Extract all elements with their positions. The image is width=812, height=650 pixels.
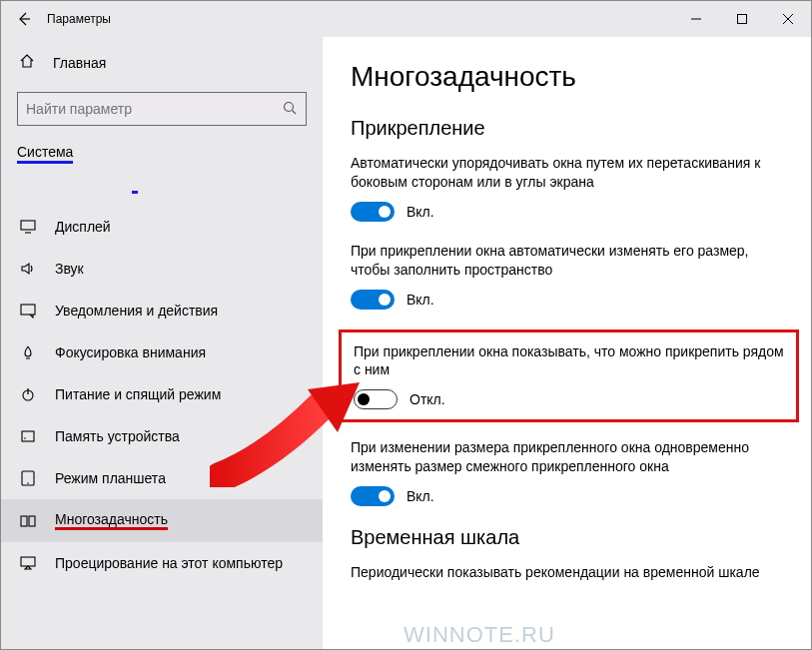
setting-snap-auto-arrange: Автоматически упорядочивать окна путем и… bbox=[351, 154, 789, 222]
minimize-button[interactable] bbox=[673, 1, 719, 37]
svg-rect-5 bbox=[22, 431, 34, 441]
page-title: Многозадачность bbox=[351, 61, 789, 93]
decorative-mark bbox=[132, 191, 138, 194]
arrow-left-icon bbox=[16, 11, 32, 27]
sidebar-item-label: Звук bbox=[55, 261, 84, 277]
svg-rect-9 bbox=[21, 516, 27, 526]
svg-point-6 bbox=[24, 437, 26, 439]
window-title: Параметры bbox=[47, 12, 111, 26]
sidebar-item-sound[interactable]: Звук bbox=[1, 248, 323, 290]
maximize-button[interactable] bbox=[719, 1, 765, 37]
sidebar-item-label: Питание и спящий режим bbox=[55, 386, 221, 402]
sidebar-category: Система bbox=[1, 140, 323, 168]
toggle-snap-assist[interactable] bbox=[354, 389, 398, 409]
sidebar-item-label: Режим планшета bbox=[55, 470, 166, 486]
sidebar-home[interactable]: Главная bbox=[1, 43, 323, 82]
toggle-state-label: Вкл. bbox=[406, 204, 434, 220]
sidebar-item-storage[interactable]: Память устройства bbox=[1, 415, 323, 457]
tablet-icon bbox=[19, 469, 37, 487]
sidebar-item-power[interactable]: Питание и спящий режим bbox=[1, 373, 323, 415]
svg-rect-11 bbox=[21, 557, 35, 566]
setting-desc: Периодически показывать рекомендации на … bbox=[351, 563, 789, 582]
sidebar-item-label: Проецирование на этот компьютер bbox=[55, 555, 283, 571]
svg-point-8 bbox=[27, 482, 29, 484]
sidebar-item-label: Многозадачность bbox=[55, 511, 168, 530]
sidebar-item-display[interactable]: Дисплей bbox=[1, 206, 323, 248]
setting-desc: При изменении размера прикрепленного окн… bbox=[351, 438, 789, 476]
toggle-snap-auto-arrange[interactable] bbox=[351, 202, 395, 222]
sidebar-item-tablet[interactable]: Режим планшета bbox=[1, 457, 323, 499]
search-icon bbox=[282, 100, 298, 119]
minimize-icon bbox=[690, 13, 702, 25]
setting-desc: Автоматически упорядочивать окна путем и… bbox=[351, 154, 789, 192]
toggle-state-label: Вкл. bbox=[406, 488, 434, 504]
sidebar-home-label: Главная bbox=[53, 55, 106, 71]
titlebar: Параметры bbox=[1, 1, 811, 37]
sidebar-category-label: Система bbox=[17, 144, 73, 164]
toggle-snap-auto-resize[interactable] bbox=[351, 290, 395, 310]
sidebar-item-label: Уведомления и действия bbox=[55, 303, 218, 319]
svg-rect-0 bbox=[738, 15, 747, 24]
focus-icon bbox=[19, 343, 37, 361]
setting-snap-adjacent-resize: При изменении размера прикрепленного окн… bbox=[351, 438, 789, 506]
sidebar-item-multitasking[interactable]: Многозадачность bbox=[1, 499, 323, 542]
setting-snap-assist: При прикреплении окна показывать, что мо… bbox=[354, 342, 784, 410]
maximize-icon bbox=[736, 13, 748, 25]
section-snap-title: Прикрепление bbox=[351, 117, 789, 140]
sidebar-item-projecting[interactable]: Проецирование на этот компьютер bbox=[1, 542, 323, 584]
setting-desc: При прикреплении окна показывать, что мо… bbox=[354, 342, 784, 380]
display-icon bbox=[19, 218, 37, 236]
toggle-snap-adjacent-resize[interactable] bbox=[351, 486, 395, 506]
svg-rect-10 bbox=[29, 516, 35, 526]
toggle-state-label: Вкл. bbox=[406, 292, 434, 308]
svg-point-1 bbox=[285, 102, 294, 111]
search-input-container[interactable] bbox=[17, 92, 307, 126]
svg-rect-2 bbox=[21, 221, 35, 230]
toggle-state-label: Откл. bbox=[409, 391, 445, 407]
home-icon bbox=[19, 53, 35, 72]
back-button[interactable] bbox=[1, 1, 47, 37]
projecting-icon bbox=[19, 554, 37, 572]
close-button[interactable] bbox=[765, 1, 811, 37]
storage-icon bbox=[19, 427, 37, 445]
multitasking-icon bbox=[19, 512, 37, 530]
sidebar-item-notifications[interactable]: Уведомления и действия bbox=[1, 290, 323, 331]
section-timeline-title: Временная шкала bbox=[351, 526, 789, 549]
power-icon bbox=[19, 385, 37, 403]
setting-timeline-suggestions: Периодически показывать рекомендации на … bbox=[351, 563, 789, 582]
setting-desc: При прикреплении окна автоматически изме… bbox=[351, 242, 789, 280]
sidebar-item-focus[interactable]: Фокусировка внимания bbox=[1, 331, 323, 373]
highlighted-setting: При прикреплении окна показывать, что мо… bbox=[339, 329, 799, 423]
content-pane: Многозадачность Прикрепление Автоматичес… bbox=[323, 37, 811, 649]
sidebar: Главная Система Дисплей Звук bbox=[1, 37, 323, 649]
sidebar-item-label: Память устройства bbox=[55, 428, 180, 444]
close-icon bbox=[782, 13, 794, 25]
sound-icon bbox=[19, 260, 37, 278]
svg-rect-3 bbox=[21, 305, 35, 315]
notifications-icon bbox=[19, 302, 37, 320]
sidebar-item-label: Дисплей bbox=[55, 219, 111, 235]
sidebar-list: Дисплей Звук Уведомления и действия Фоку… bbox=[1, 206, 323, 584]
setting-snap-auto-resize: При прикреплении окна автоматически изме… bbox=[351, 242, 789, 310]
search-input[interactable] bbox=[26, 101, 282, 117]
sidebar-item-label: Фокусировка внимания bbox=[55, 344, 206, 360]
